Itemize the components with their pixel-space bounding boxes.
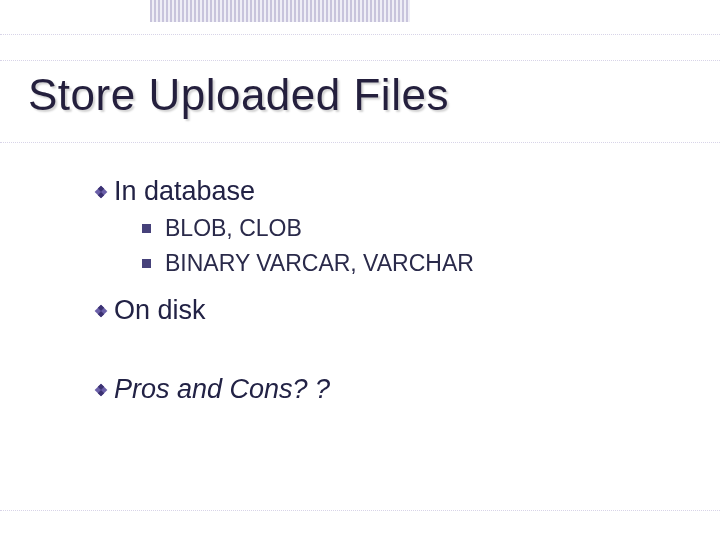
- diamond-bullet-icon: [94, 304, 108, 318]
- diamond-bullet-icon: [94, 383, 108, 397]
- bullet-label: On disk: [114, 295, 206, 326]
- slide-title: Store Uploaded Files: [28, 70, 449, 120]
- bullet-in-database: In database: [94, 176, 680, 207]
- sub-bullet-label: BINARY VARCAR, VARCHAR: [165, 250, 474, 277]
- square-bullet-icon: [142, 224, 151, 233]
- slide-body: In database BLOB, CLOB BINARY VARCAR, VA…: [94, 170, 680, 411]
- sub-bullet-label: BLOB, CLOB: [165, 215, 302, 242]
- bullet-on-disk: On disk: [94, 295, 680, 326]
- diamond-bullet-icon: [94, 185, 108, 199]
- bullet-pros-cons: Pros and Cons? ?: [94, 374, 680, 405]
- sub-bullet-binary-varchar: BINARY VARCAR, VARCHAR: [142, 250, 680, 277]
- square-bullet-icon: [142, 259, 151, 268]
- bullet-label: In database: [114, 176, 255, 207]
- sub-bullet-blob-clob: BLOB, CLOB: [142, 215, 680, 242]
- bullet-label: Pros and Cons? ?: [114, 374, 330, 405]
- top-decorative-bar: [150, 0, 410, 22]
